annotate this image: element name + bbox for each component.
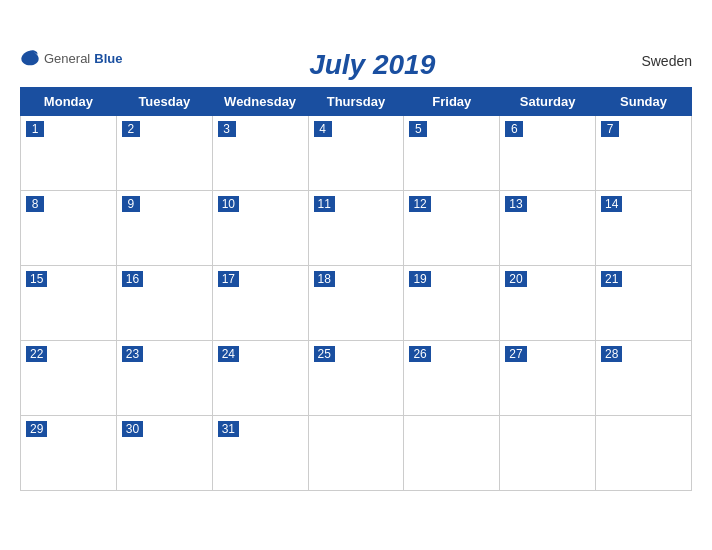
- date-cell-9: 9: [116, 191, 212, 266]
- calendar-title: July 2019: [309, 49, 435, 80]
- date-number-19: 19: [409, 271, 430, 287]
- empty-cell-4-4: [404, 416, 500, 491]
- date-cell-30: 30: [116, 416, 212, 491]
- date-cell-17: 17: [212, 266, 308, 341]
- empty-cell-4-3: [308, 416, 404, 491]
- date-cell-15: 15: [21, 266, 117, 341]
- date-cell-16: 16: [116, 266, 212, 341]
- day-header-tuesday: Tuesday: [116, 88, 212, 116]
- date-number-23: 23: [122, 346, 143, 362]
- date-number-30: 30: [122, 421, 143, 437]
- date-number-17: 17: [218, 271, 239, 287]
- week-row-2: 891011121314: [21, 191, 692, 266]
- date-cell-1: 1: [21, 116, 117, 191]
- date-number-21: 21: [601, 271, 622, 287]
- empty-cell-4-5: [500, 416, 596, 491]
- date-cell-3: 3: [212, 116, 308, 191]
- date-number-20: 20: [505, 271, 526, 287]
- date-number-2: 2: [122, 121, 140, 137]
- calendar-wrapper: General Blue July 2019 Sweden Monday Tue…: [0, 39, 712, 511]
- date-number-8: 8: [26, 196, 44, 212]
- date-number-11: 11: [314, 196, 335, 212]
- day-header-friday: Friday: [404, 88, 500, 116]
- date-number-12: 12: [409, 196, 430, 212]
- date-cell-7: 7: [596, 116, 692, 191]
- date-number-29: 29: [26, 421, 47, 437]
- date-cell-14: 14: [596, 191, 692, 266]
- date-cell-4: 4: [308, 116, 404, 191]
- calendar-header: General Blue July 2019 Sweden: [20, 49, 692, 81]
- date-number-22: 22: [26, 346, 47, 362]
- date-cell-12: 12: [404, 191, 500, 266]
- date-number-14: 14: [601, 196, 622, 212]
- calendar-grid: Monday Tuesday Wednesday Thursday Friday…: [20, 87, 692, 491]
- date-number-5: 5: [409, 121, 427, 137]
- date-number-24: 24: [218, 346, 239, 362]
- date-cell-31: 31: [212, 416, 308, 491]
- date-number-16: 16: [122, 271, 143, 287]
- date-number-25: 25: [314, 346, 335, 362]
- week-row-4: 22232425262728: [21, 341, 692, 416]
- day-header-row: Monday Tuesday Wednesday Thursday Friday…: [21, 88, 692, 116]
- date-cell-5: 5: [404, 116, 500, 191]
- date-cell-22: 22: [21, 341, 117, 416]
- date-number-4: 4: [314, 121, 332, 137]
- date-cell-24: 24: [212, 341, 308, 416]
- date-cell-29: 29: [21, 416, 117, 491]
- date-cell-2: 2: [116, 116, 212, 191]
- date-number-13: 13: [505, 196, 526, 212]
- date-cell-10: 10: [212, 191, 308, 266]
- date-cell-26: 26: [404, 341, 500, 416]
- day-header-wednesday: Wednesday: [212, 88, 308, 116]
- day-header-sunday: Sunday: [596, 88, 692, 116]
- date-number-9: 9: [122, 196, 140, 212]
- week-row-5: 293031: [21, 416, 692, 491]
- date-cell-25: 25: [308, 341, 404, 416]
- date-cell-27: 27: [500, 341, 596, 416]
- date-number-15: 15: [26, 271, 47, 287]
- date-cell-6: 6: [500, 116, 596, 191]
- logo-general-text: General: [44, 51, 90, 66]
- date-cell-11: 11: [308, 191, 404, 266]
- week-row-3: 15161718192021: [21, 266, 692, 341]
- week-row-1: 1234567: [21, 116, 692, 191]
- date-number-3: 3: [218, 121, 236, 137]
- date-number-18: 18: [314, 271, 335, 287]
- date-number-10: 10: [218, 196, 239, 212]
- logo-area: General Blue: [20, 49, 122, 67]
- date-cell-13: 13: [500, 191, 596, 266]
- logo-text: General Blue: [20, 49, 122, 67]
- date-number-7: 7: [601, 121, 619, 137]
- date-number-26: 26: [409, 346, 430, 362]
- date-number-31: 31: [218, 421, 239, 437]
- date-number-28: 28: [601, 346, 622, 362]
- empty-cell-4-6: [596, 416, 692, 491]
- logo-blue-text: Blue: [94, 51, 122, 66]
- day-header-saturday: Saturday: [500, 88, 596, 116]
- day-header-thursday: Thursday: [308, 88, 404, 116]
- date-cell-20: 20: [500, 266, 596, 341]
- date-number-1: 1: [26, 121, 44, 137]
- date-cell-28: 28: [596, 341, 692, 416]
- date-number-27: 27: [505, 346, 526, 362]
- date-cell-18: 18: [308, 266, 404, 341]
- calendar-body: 1234567891011121314151617181920212223242…: [21, 116, 692, 491]
- title-area: July 2019: [122, 49, 622, 81]
- date-cell-19: 19: [404, 266, 500, 341]
- date-cell-23: 23: [116, 341, 212, 416]
- day-header-monday: Monday: [21, 88, 117, 116]
- logo-bird-icon: [20, 49, 40, 67]
- country-label: Sweden: [622, 49, 692, 69]
- date-number-6: 6: [505, 121, 523, 137]
- date-cell-21: 21: [596, 266, 692, 341]
- date-cell-8: 8: [21, 191, 117, 266]
